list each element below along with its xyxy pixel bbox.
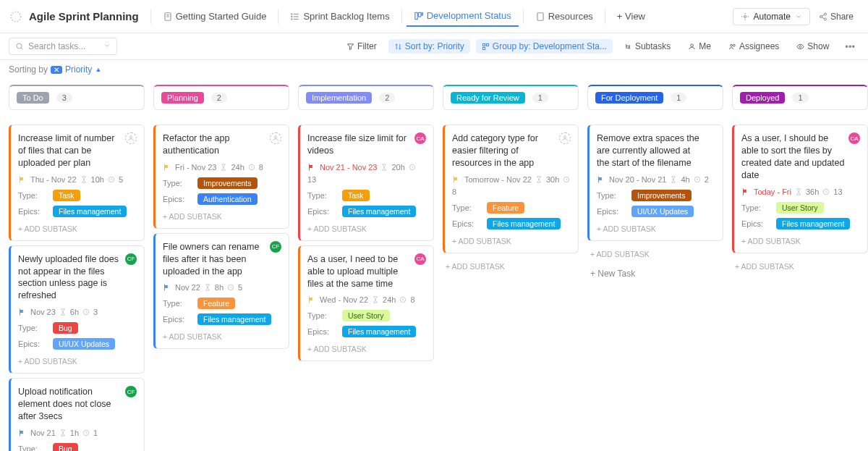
add-subtask-button[interactable]: + ADD SUBTASK [443, 258, 579, 275]
tab-label: Getting Started Guide [176, 11, 267, 22]
doc-icon [163, 12, 173, 22]
svg-rect-25 [482, 47, 485, 49]
add-subtask-button[interactable]: + ADD SUBTASK [452, 234, 571, 248]
task-card[interactable]: CF File owners can rename files after it… [153, 233, 289, 350]
svg-rect-11 [418, 12, 421, 17]
task-card[interactable]: CA Increase file size limit for videos N… [298, 125, 434, 241]
svg-rect-12 [422, 12, 422, 15]
automate-button[interactable]: Automate [733, 8, 810, 25]
add-subtask-button[interactable]: + ADD SUBTASK [18, 354, 137, 368]
sort-value[interactable]: Priority [65, 64, 92, 75]
task-title: Remove extra spaces the are currently al… [597, 132, 715, 169]
me-chip[interactable]: Me [682, 39, 717, 54]
flag-icon [307, 295, 316, 304]
assignee-placeholder-icon[interactable] [559, 132, 571, 144]
task-meta: Nov 23 6h 3 [18, 308, 137, 316]
tab-getting-started[interactable]: Getting Started Guide [156, 7, 274, 26]
add-subtask-button[interactable]: + ADD SUBTASK [307, 222, 426, 236]
task-card[interactable]: Add category type for easier filtering o… [443, 125, 579, 253]
assignee-placeholder-icon[interactable] [125, 132, 137, 144]
add-subtask-button[interactable]: + ADD SUBTASK [597, 222, 715, 236]
svg-point-36 [274, 136, 276, 138]
column-header[interactable]: Deployed 1 [732, 85, 868, 110]
sort-chip[interactable]: Sort by: Priority [388, 39, 470, 54]
column-count: 3 [56, 93, 72, 103]
flag-icon [18, 175, 27, 184]
flag-icon [452, 175, 461, 184]
type-badge: Bug [53, 443, 78, 451]
show-chip[interactable]: Show [791, 39, 835, 54]
task-card[interactable]: CF Upload notification element does not … [9, 378, 145, 451]
add-subtask-button[interactable]: + ADD SUBTASK [587, 245, 723, 263]
sparkle-icon [741, 12, 749, 21]
column-status-pill: Ready for Review [451, 92, 525, 104]
assignee-avatar[interactable]: CF [125, 253, 137, 265]
filter-chip[interactable]: Filter [341, 39, 383, 54]
add-subtask-button[interactable]: + ADD SUBTASK [307, 342, 426, 356]
column-header[interactable]: Implementation 2 [298, 85, 434, 110]
type-label: Type: [741, 203, 770, 212]
assignee-avatar[interactable]: CF [270, 241, 281, 253]
assignee-avatar[interactable]: CF [125, 386, 137, 397]
tab-development-status[interactable]: Development Status [407, 6, 519, 27]
column-header[interactable]: Ready for Review 1 [443, 85, 579, 110]
type-badge: Improvements [631, 190, 692, 201]
task-card[interactable]: CA As a user, I should be able to sort t… [732, 125, 868, 253]
assignee-avatar[interactable]: CA [414, 253, 426, 265]
search-input[interactable]: Search tasks... [9, 38, 117, 55]
svg-point-7 [292, 13, 292, 14]
assignee-avatar[interactable]: CA [414, 132, 426, 144]
task-card[interactable]: CF Newly uploaded file does not appear i… [9, 245, 145, 374]
column-header[interactable]: For Deployment 1 [587, 85, 723, 110]
share-button[interactable]: Share [813, 9, 859, 25]
clear-sort-button[interactable]: ✕ [51, 66, 62, 74]
subtask-count-icon [227, 284, 234, 291]
add-subtask-button[interactable]: + ADD SUBTASK [163, 209, 281, 224]
new-task-button[interactable]: + New Task [587, 263, 723, 284]
type-label: Type: [18, 324, 47, 332]
task-title: Upload notification element does not clo… [18, 386, 137, 423]
assignee-placeholder-icon[interactable] [270, 132, 281, 144]
type-label: Type: [163, 179, 192, 187]
task-card[interactable]: Remove extra spaces the are currently al… [587, 125, 723, 241]
group-chip[interactable]: Group by: Development Sta... [476, 39, 613, 54]
more-menu[interactable]: ••• [841, 39, 859, 54]
add-subtask-button[interactable]: + ADD SUBTASK [732, 258, 868, 275]
type-badge: Feature [487, 202, 524, 214]
type-badge: Improvements [197, 177, 258, 189]
subtask-count-icon [82, 308, 90, 316]
task-card[interactable]: Increase limit of number of files that c… [9, 125, 145, 241]
task-hours: 8h [215, 283, 224, 292]
add-subtask-button[interactable]: + ADD SUBTASK [741, 234, 860, 248]
subtask-count-icon [248, 164, 255, 171]
add-view-button[interactable]: + View [610, 7, 652, 26]
task-card[interactable]: Refactor the app authentication Fri - No… [153, 125, 289, 229]
epic-badge: Files management [342, 326, 416, 337]
subtask-count-icon [82, 429, 90, 437]
assignees-chip[interactable]: Assignees [723, 39, 785, 54]
column-header[interactable]: Planning 2 [153, 85, 289, 110]
type-label: Type: [452, 203, 481, 212]
svg-point-30 [733, 44, 735, 46]
search-placeholder: Search tasks... [28, 41, 85, 51]
tab-resources[interactable]: Resources [528, 7, 600, 26]
hourglass-icon [372, 296, 379, 303]
type-badge: Task [53, 190, 80, 201]
svg-point-15 [824, 13, 826, 15]
task-card[interactable]: CA As a user, I need to be able to uploa… [298, 245, 434, 362]
add-subtask-button[interactable]: + ADD SUBTASK [18, 222, 137, 236]
column-status-pill: To Do [17, 92, 49, 104]
task-hours: 10h [91, 175, 104, 184]
column-status-pill: Implementation [306, 92, 372, 104]
task-meta: Fri - Nov 23 24h 8 [163, 163, 281, 172]
svg-rect-13 [537, 12, 543, 20]
task-hours: 6h [70, 308, 79, 316]
column-status-pill: Planning [161, 92, 204, 104]
assignee-avatar[interactable]: CA [848, 132, 860, 144]
column-header[interactable]: To Do 3 [9, 85, 145, 110]
add-subtask-button[interactable]: + ADD SUBTASK [163, 329, 281, 344]
task-dates: Tomorrow - Nov 22 [464, 175, 532, 184]
tab-sprint-backlog[interactable]: Sprint Backlog Items [283, 7, 396, 26]
subtasks-chip[interactable]: Subtasks [618, 39, 676, 54]
svg-line-21 [21, 48, 23, 50]
